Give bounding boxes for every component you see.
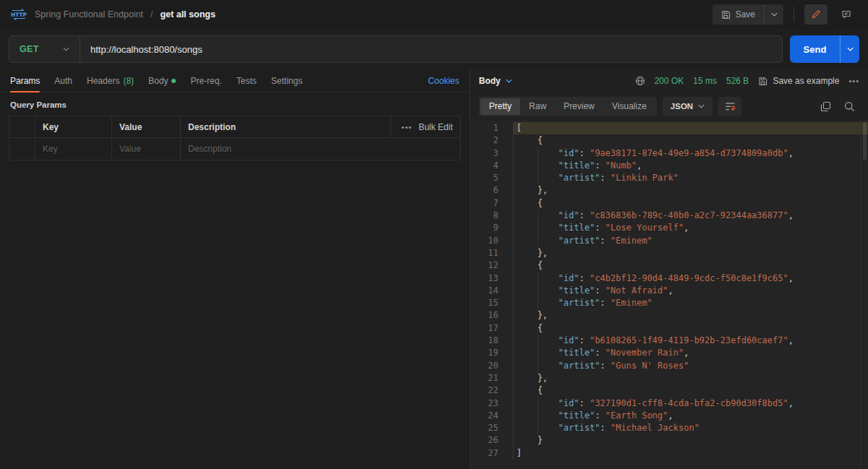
- line-number[interactable]: 4: [470, 160, 514, 172]
- code-line[interactable]: 24"title": "Earth Song",: [470, 410, 868, 422]
- tab-params[interactable]: Params: [10, 69, 40, 92]
- key-input[interactable]: Key: [35, 138, 112, 160]
- network-globe-icon[interactable]: [635, 76, 645, 86]
- line-number[interactable]: 7: [470, 197, 514, 210]
- line-number[interactable]: 13: [470, 272, 514, 285]
- line-number[interactable]: 16: [470, 309, 514, 322]
- code-line[interactable]: 23"id": "327190d1-cff8-4cda-bfa2-cb90d30…: [470, 397, 868, 410]
- code-line[interactable]: 17{: [470, 322, 868, 335]
- json-key: "artist": [558, 361, 600, 371]
- line-number[interactable]: 27: [470, 447, 514, 460]
- save-options-chevron[interactable]: [765, 4, 783, 25]
- send-options-chevron[interactable]: [840, 35, 859, 63]
- view-tab-preview[interactable]: Preview: [555, 98, 603, 115]
- view-tab-raw[interactable]: Raw: [520, 98, 555, 115]
- search-response-button[interactable]: [844, 101, 855, 112]
- line-number[interactable]: 26: [470, 434, 514, 447]
- response-more-icon[interactable]: •••: [848, 77, 859, 85]
- line-content: {: [514, 384, 868, 397]
- code-line[interactable]: 21},: [470, 372, 868, 384]
- line-number[interactable]: 17: [470, 322, 514, 335]
- code-line[interactable]: 3"id": "9ae38171-87e4-49e9-a854-d7374809…: [470, 147, 868, 160]
- line-number[interactable]: 15: [470, 297, 514, 309]
- code-line[interactable]: 25"artist": "Michael Jackson": [470, 422, 868, 434]
- code-line[interactable]: 16},: [470, 309, 868, 322]
- line-number[interactable]: 3: [470, 147, 514, 160]
- tab-tests[interactable]: Tests: [237, 69, 257, 92]
- line-number[interactable]: 20: [470, 360, 514, 372]
- response-time[interactable]: 15 ms: [693, 76, 717, 86]
- code-line[interactable]: 2{: [470, 134, 868, 147]
- line-number[interactable]: 18: [470, 335, 514, 347]
- code-line[interactable]: 26}: [470, 434, 868, 447]
- line-content: "artist": "Eminem": [514, 235, 868, 247]
- code-line[interactable]: 5"artist": "Linkin Park": [470, 172, 868, 184]
- view-tab-pretty[interactable]: Pretty: [480, 98, 520, 115]
- line-number[interactable]: 8: [470, 210, 514, 222]
- line-number[interactable]: 1: [470, 122, 514, 134]
- code-line[interactable]: 19"title": "November Rain",: [470, 347, 868, 359]
- copy-response-button[interactable]: [820, 101, 831, 112]
- code-line[interactable]: 8"id": "c836836b-789c-40b0-a2c7-92344aa3…: [470, 210, 868, 222]
- format-select[interactable]: JSON: [663, 97, 712, 116]
- save-as-example-button[interactable]: Save as example: [758, 76, 839, 86]
- code-scrollbar[interactable]: [861, 120, 868, 469]
- code-line[interactable]: 22{: [470, 384, 868, 397]
- line-number[interactable]: 23: [470, 397, 514, 410]
- line-number[interactable]: 9: [470, 222, 514, 234]
- breadcrumb-collection[interactable]: Spring Functional Endpoint: [35, 9, 143, 20]
- line-number[interactable]: 21: [470, 372, 514, 384]
- cookies-link[interactable]: Cookies: [428, 76, 459, 86]
- status-badge[interactable]: 200 OK: [655, 76, 684, 86]
- save-button[interactable]: Save: [712, 4, 765, 25]
- response-body-dropdown[interactable]: Body: [479, 76, 512, 86]
- tab-body[interactable]: Body: [148, 69, 176, 92]
- value-input[interactable]: Value: [112, 138, 181, 160]
- wrap-text-button[interactable]: [718, 97, 741, 116]
- bulk-edit-button[interactable]: Bulk Edit: [419, 122, 453, 132]
- select-all-cell[interactable]: [9, 116, 35, 137]
- response-size[interactable]: 526 B: [726, 76, 749, 86]
- code-line[interactable]: 12{: [470, 259, 868, 272]
- line-number[interactable]: 19: [470, 347, 514, 359]
- tab-auth[interactable]: Auth: [54, 69, 72, 92]
- url-input[interactable]: [80, 44, 782, 55]
- code-line[interactable]: 13"id": "c4b2bf12-90d4-4849-9cdc-f50c8e1…: [470, 272, 868, 285]
- line-number[interactable]: 10: [470, 235, 514, 247]
- tab-pre-req[interactable]: Pre-req.: [190, 69, 221, 92]
- params-more-icon[interactable]: •••: [401, 123, 412, 132]
- row-checkbox-cell[interactable]: [9, 138, 35, 160]
- comments-button[interactable]: [835, 4, 858, 25]
- code-line[interactable]: 20"artist": "Guns N' Roses": [470, 360, 868, 372]
- scrollbar-thumb[interactable]: [863, 122, 867, 160]
- line-number[interactable]: 12: [470, 259, 514, 272]
- code-line[interactable]: 1[: [470, 122, 868, 134]
- method-selector[interactable]: GET: [9, 36, 80, 62]
- code-line[interactable]: 27]: [470, 447, 868, 460]
- line-number[interactable]: 24: [470, 410, 514, 422]
- code-line[interactable]: 6},: [470, 184, 868, 197]
- code-line[interactable]: 10"artist": "Eminem": [470, 235, 868, 247]
- code-line[interactable]: 4"title": "Numb",: [470, 160, 868, 172]
- tab-settings[interactable]: Settings: [271, 69, 302, 92]
- code-line[interactable]: 7{: [470, 197, 868, 210]
- tab-headers[interactable]: Headers(8): [87, 69, 134, 92]
- line-number[interactable]: 14: [470, 285, 514, 297]
- view-tab-visualize[interactable]: Visualize: [603, 98, 655, 115]
- code-line[interactable]: 11},: [470, 247, 868, 259]
- code-line[interactable]: 14"title": "Not Afraid",: [470, 285, 868, 297]
- line-number[interactable]: 11: [470, 247, 514, 259]
- line-number[interactable]: 2: [470, 134, 514, 147]
- line-number[interactable]: 6: [470, 184, 514, 197]
- line-number[interactable]: 22: [470, 384, 514, 397]
- code-line[interactable]: 18"id": "b6108265-1f49-4119-b92b-23efd60…: [470, 335, 868, 347]
- line-number[interactable]: 25: [470, 422, 514, 434]
- description-input[interactable]: Description: [181, 138, 460, 160]
- code-line[interactable]: 15"artist": "Eminem": [470, 297, 868, 309]
- send-button[interactable]: Send: [790, 35, 840, 63]
- breadcrumb-request-name[interactable]: get all songs: [160, 9, 215, 20]
- code-line[interactable]: 9"title": "Lose Yourself",: [470, 222, 868, 234]
- line-number[interactable]: 5: [470, 172, 514, 184]
- edit-request-button[interactable]: [804, 4, 827, 25]
- line-content: }: [514, 434, 868, 447]
